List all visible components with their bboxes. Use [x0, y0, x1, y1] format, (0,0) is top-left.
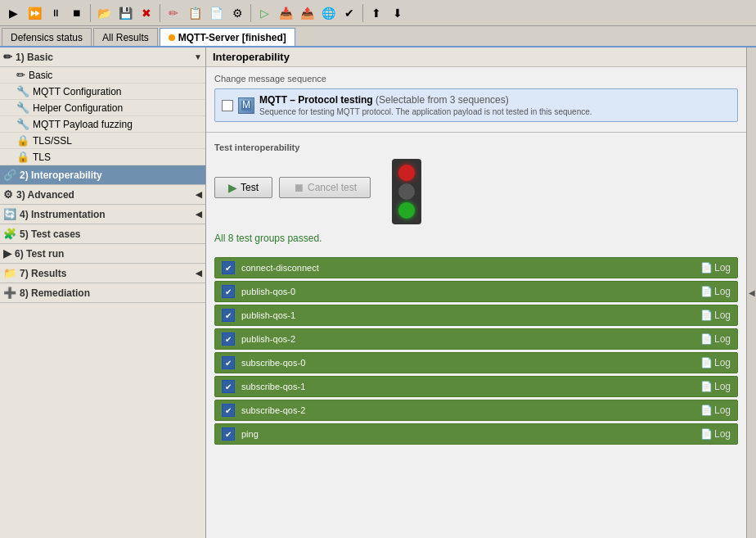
selectable-text: (Selectable from 3 sequences): [376, 94, 509, 106]
log-label-4: Log: [714, 357, 731, 368]
test-group-subscribe-qos-2[interactable]: ✔ subscribe-qos-2 📄 Log: [214, 400, 738, 421]
sidebar-section-remediation[interactable]: ➕ 8) Remediation: [0, 283, 205, 303]
sep4: [362, 4, 363, 22]
basic-arrow: ▼: [194, 52, 202, 61]
cancel-test-button[interactable]: ⏹ Cancel test: [279, 177, 371, 198]
sidebar-item-tls[interactable]: 🔒 TLS: [0, 149, 205, 165]
run-toolbar-btn[interactable]: ▶: [3, 3, 23, 23]
test-interop-section: Test interoperability ▶ Test ⏹ Cancel te…: [206, 136, 746, 257]
interop-section-icon: 🔗: [3, 169, 16, 181]
tab-bar: Defensics status All Results MQTT-Server…: [0, 26, 756, 47]
down-toolbar-btn[interactable]: ⬇: [388, 3, 407, 23]
stop-toolbar-btn[interactable]: ⏹: [67, 3, 87, 23]
main-layout: ✏ 1) Basic ▼ ✏ Basic 🔧 MQTT Configuratio…: [0, 47, 756, 538]
test-group-subscribe-qos-1-label: subscribe-qos-1: [241, 382, 700, 391]
log-btn-publish-qos-2[interactable]: 📄 Log: [700, 333, 731, 345]
test-button[interactable]: ▶ Test: [214, 177, 272, 198]
test-groups: ✔ connect-disconnect 📄 Log ✔ publish-qos…: [206, 257, 746, 453]
test-group-connect-disconnect[interactable]: ✔ connect-disconnect 📄 Log: [214, 257, 738, 278]
log-btn-subscribe-qos-1[interactable]: 📄 Log: [700, 381, 731, 392]
sidebar-item-helper-config[interactable]: 🔧 Helper Configuration: [0, 100, 205, 116]
sidebar-section-test-cases[interactable]: 🧩 5) Test cases: [0, 224, 205, 244]
play-toolbar-btn[interactable]: ▷: [254, 3, 274, 23]
tab-mqtt-server-label: MQTT-Server [finished]: [178, 32, 286, 43]
tab-defensics-status[interactable]: Defensics status: [2, 28, 92, 46]
log-label-1: Log: [714, 286, 731, 297]
test-group-subscribe-qos-0[interactable]: ✔ subscribe-qos-0 📄 Log: [214, 352, 738, 373]
sep1: [90, 4, 91, 22]
sidebar-section-results[interactable]: 📁 7) Results ◀: [0, 264, 205, 283]
log-icon-5: 📄: [700, 381, 713, 392]
log-btn-subscribe-qos-0[interactable]: 📄 Log: [700, 357, 731, 368]
log-label-5: Log: [714, 381, 731, 392]
export-toolbar-btn[interactable]: 📤: [297, 3, 317, 23]
settings-toolbar-btn[interactable]: ⚙: [227, 3, 247, 23]
sidebar-item-mqtt-config[interactable]: 🔧 MQTT Configuration: [0, 84, 205, 100]
sidebar-item-basic[interactable]: ✏ Basic: [0, 67, 205, 84]
instrumentation-arrow: ◀: [196, 210, 202, 219]
results-arrow: ◀: [196, 269, 202, 278]
test-group-subscribe-qos-0-label: subscribe-qos-0: [241, 358, 700, 368]
step-toolbar-btn[interactable]: ⏩: [25, 3, 44, 23]
sidebar-section-interop-label: 2) Interoperability: [20, 170, 102, 181]
test-group-publish-qos-2[interactable]: ✔ publish-qos-2 📄 Log: [214, 328, 738, 350]
sequence-desc: Sequence for testing MQTT protocol. The …: [259, 107, 731, 116]
check-subscribe-qos-0: ✔: [222, 356, 235, 369]
pause-toolbar-btn[interactable]: ⏸: [46, 3, 65, 23]
paste-toolbar-btn[interactable]: 📄: [206, 3, 226, 23]
sidebar-section-test-run[interactable]: ▶ 6) Test run: [0, 244, 205, 264]
tab-all-results[interactable]: All Results: [93, 28, 158, 46]
log-icon-1: 📄: [700, 286, 713, 297]
sidebar-section-basic-label: 1) Basic: [16, 52, 53, 63]
sidebar: ✏ 1) Basic ▼ ✏ Basic 🔧 MQTT Configuratio…: [0, 47, 206, 538]
sidebar-item-mqtt-payload[interactable]: 🔧 MQTT Payload fuzzing: [0, 116, 205, 133]
check-publish-qos-1: ✔: [222, 309, 235, 322]
sidebar-section-interoperability[interactable]: 🔗 2) Interoperability: [0, 165, 205, 185]
sequence-checkbox[interactable]: [222, 100, 233, 111]
log-icon-0: 📄: [700, 262, 713, 274]
copy-toolbar-btn[interactable]: 📋: [185, 3, 205, 23]
tab-mqtt-server[interactable]: MQTT-Server [finished]: [160, 28, 295, 46]
sidebar-section-remediation-label: 8) Remediation: [20, 287, 90, 299]
cancel-icon: ⏹: [293, 181, 304, 194]
log-btn-ping[interactable]: 📄 Log: [700, 428, 731, 440]
save-toolbar-btn[interactable]: 💾: [115, 3, 135, 23]
test-button-label: Test: [241, 182, 259, 193]
test-group-subscribe-qos-1[interactable]: ✔ subscribe-qos-1 📄 Log: [214, 376, 738, 397]
log-btn-connect-disconnect[interactable]: 📄 Log: [700, 262, 731, 274]
sidebar-section-results-label: 7) Results: [20, 268, 66, 279]
log-icon-6: 📄: [700, 405, 713, 416]
sidebar-section-advanced[interactable]: ⚙ 3) Advanced ◀: [0, 185, 205, 205]
sequence-box[interactable]: M MQTT – Protocol testing (Selectable fr…: [214, 88, 738, 122]
tab-all-results-label: All Results: [102, 32, 149, 43]
sep2: [160, 4, 160, 22]
cancel-button-label: Cancel test: [308, 182, 357, 193]
test-group-publish-qos-1[interactable]: ✔ publish-qos-1 📄 Log: [214, 305, 738, 326]
instrumentation-section-icon: 🔄: [3, 208, 16, 220]
change-message-section: Change message sequence M MQTT – Protoco…: [206, 67, 746, 129]
edit-toolbar-btn[interactable]: ✏: [164, 3, 183, 23]
log-label-2: Log: [714, 310, 731, 321]
up-toolbar-btn[interactable]: ⬆: [367, 3, 386, 23]
log-btn-publish-qos-0[interactable]: 📄 Log: [700, 286, 731, 297]
basic-icon: ✏: [16, 69, 25, 81]
open-toolbar-btn[interactable]: 📂: [94, 3, 114, 23]
log-btn-publish-qos-1[interactable]: 📄 Log: [700, 310, 731, 321]
test-buttons: ▶ Test ⏹ Cancel test: [214, 177, 371, 198]
close-toolbar-btn[interactable]: ✖: [137, 3, 156, 23]
test-group-ping[interactable]: ✔ ping 📄 Log: [214, 423, 738, 445]
sequence-selectable: (Selectable from 3 sequences): [376, 96, 509, 105]
test-group-publish-qos-0[interactable]: ✔ publish-qos-0 📄 Log: [214, 281, 738, 302]
sidebar-item-tls-ssl[interactable]: 🔒 TLS/SSL: [0, 133, 205, 149]
check-ping: ✔: [222, 427, 235, 441]
sidebar-item-mqtt-config-label: MQTT Configuration: [33, 86, 122, 97]
right-collapse-handle[interactable]: ◀: [746, 47, 756, 538]
net-toolbar-btn[interactable]: 🌐: [318, 3, 338, 23]
toolbar: ▶ ⏩ ⏸ ⏹ 📂 💾 ✖ ✏ 📋 📄 ⚙ ▷ 📥 📤 🌐 ✔ ⬆ ⬇: [0, 0, 756, 26]
log-btn-subscribe-qos-2[interactable]: 📄 Log: [700, 405, 731, 416]
sidebar-section-basic[interactable]: ✏ 1) Basic ▼: [0, 47, 205, 67]
load-toolbar-btn[interactable]: 📥: [276, 3, 295, 23]
check-publish-qos-2: ✔: [222, 332, 235, 346]
check-toolbar-btn[interactable]: ✔: [340, 3, 359, 23]
sidebar-section-instrumentation[interactable]: 🔄 4) Instrumentation ◀: [0, 205, 205, 224]
